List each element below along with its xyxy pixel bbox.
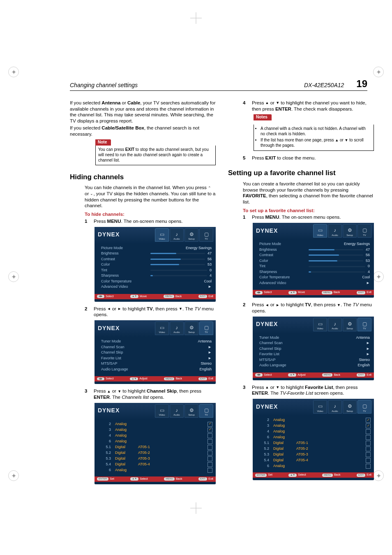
osd-tab-audio: ♪Audio (170, 228, 184, 242)
osd-channel-row: 5.2DigitalAT05-2 (100, 450, 212, 456)
osd-tabs: ▭Video♪Audio⚙Setup▢TV (313, 400, 371, 414)
osd-brand: DYNEX (256, 403, 278, 411)
osd-tab-tv: ▢TV (357, 318, 371, 331)
osd-row: Favorite List► (101, 356, 212, 361)
registration-mark (373, 271, 384, 282)
osd-channel-row: 6Analog (258, 463, 371, 469)
osd-row: MTS/SAPStereo (101, 361, 212, 367)
osd-tab-audio: ♪Audio (328, 224, 342, 238)
body-text: If you selected Cable/Satellite Box, the… (70, 125, 216, 137)
step-number: 3 (243, 384, 249, 396)
sub-heading: To hide channels: (85, 211, 216, 217)
osd-rows: Picture ModeEnergy SavingsBrightness47Co… (95, 244, 216, 291)
osd-row: Tint0 (101, 268, 212, 273)
osd-tab-tv: ▢TV (357, 400, 371, 414)
heading-hiding-channels: Hiding channels (70, 173, 216, 182)
osd-row: Tuner ModeAntenna (101, 339, 212, 345)
osd-video-menu: DYNEX ▭Video♪Audio⚙Setup▢TV Picture Mode… (95, 227, 216, 302)
notes-box: Notes A channel with a check mark is not… (254, 114, 374, 151)
osd-row: Audio LanguageEnglish (259, 363, 370, 368)
sub-heading: To set up a favorite channel list: (243, 208, 374, 214)
osd-row: Contrast56 (259, 252, 370, 258)
osd-brand: DYNEX (256, 227, 278, 235)
osd-row: Advanced Video► (101, 284, 212, 290)
osd-tv-menu: DYNEX ▭Video♪Audio⚙Setup▢TV Tuner ModeAn… (253, 317, 374, 380)
osd-channel-row: 3Analog✓ (258, 423, 371, 429)
step-text: Press ▲ or ▼ to highlight Channel Skip, … (94, 388, 216, 400)
notes-list: A channel with a check mark is not hidde… (254, 125, 374, 151)
osd-channel-row: 6Analog (100, 439, 212, 444)
osd-row: Color TemperatureCool (101, 279, 212, 284)
notes-item: If the list has more than one page, pres… (261, 138, 371, 148)
body-text: You can create a favorite channel list s… (243, 181, 374, 205)
osd-tab-video: ▭Video (313, 318, 327, 331)
osd-row: Channel Scan► (101, 345, 212, 350)
step-text: Press ▲ or ▼ to highlight the channel yo… (252, 100, 374, 112)
osd-brand: DYNEX (256, 321, 278, 328)
osd-channel-row: 5.4DigitalAT05-4 (100, 462, 212, 467)
osd-favorite-list: DYNEX ▭Video♪Audio⚙Setup▢TV 2Analog✓3Ana… (253, 399, 374, 480)
osd-tab-audio: ♪Audio (170, 404, 184, 418)
osd-tab-audio: ♪Audio (328, 400, 342, 414)
heading-favorite-list: Setting up a favorite channel list (228, 169, 374, 178)
osd-row: Brightness47 (101, 251, 212, 257)
crop-mark (190, 502, 202, 514)
registration-mark (373, 67, 384, 77)
step-number: 1 (243, 214, 249, 220)
right-column: 4 Press ▲ or ▼ to highlight the channel … (228, 100, 374, 488)
osd-row: Channel Scan► (259, 340, 370, 346)
running-head: Changing channel settings DX-42E250A12 1… (70, 78, 367, 91)
step-number: 2 (243, 302, 249, 314)
notes-item: A channel with a check mark is not hidde… (261, 126, 371, 137)
osd-rows: Tuner ModeAntennaChannel Scan►Channel Sk… (253, 333, 374, 370)
osd-row: MTS/SAPStereo (259, 357, 370, 363)
step-text: Press MENU. The on-screen menu opens. (94, 218, 216, 224)
osd-row: Favorite List► (259, 352, 370, 357)
osd-tabs: ▭Video♪Audio⚙Setup▢TV (155, 404, 213, 418)
osd-tab-setup: ⚙Setup (343, 400, 357, 414)
body-text: If you selected Antenna or Cable, your T… (70, 100, 216, 124)
osd-row: Audio LanguageEnglish (101, 367, 212, 372)
osd-rows: Picture ModeEnergy SavingsBrightness47Co… (253, 240, 374, 287)
osd-row: Brightness47 (259, 247, 370, 253)
body-text: You can hide channels in the channel lis… (85, 185, 216, 209)
note-body: You can press EXIT to stop the auto chan… (95, 146, 216, 165)
osd-row: Channel Skip► (101, 350, 212, 356)
note-label: Note (95, 139, 111, 146)
osd-tab-tv: ▢TV (357, 224, 371, 238)
osd-row: Contrast56 (101, 257, 212, 262)
osd-brand: DYNEX (98, 231, 120, 238)
step-text: Press ◄ or ► to highlight TV, then press… (94, 306, 216, 318)
osd-channel-row: 2Analog✓ (258, 417, 371, 423)
osd-tab-tv: ▢TV (199, 404, 213, 418)
osd-tab-audio: ♪Audio (170, 321, 184, 335)
osd-footer: ◀▶ Select ▲▼ Move MENU Back EXIT Exit (95, 294, 216, 299)
osd-brand: DYNEX (98, 407, 120, 414)
notes-label: Notes (254, 114, 272, 120)
osd-footer: ◀▶ Select ▲▼ Adjust MENU Back EXIT Exit (95, 376, 216, 382)
osd-channel-row: 2Analog✓ (100, 421, 212, 427)
section-title: Changing channel settings (70, 82, 138, 88)
osd-footer: ◀▶ Select ▲▼ Move MENU Back EXIT Exit (253, 290, 374, 295)
step-number: 3 (85, 388, 90, 400)
osd-tabs: ▭Video♪Audio⚙Setup▢TV (313, 318, 371, 331)
osd-tab-video: ▭Video (313, 400, 327, 414)
osd-tab-video: ▭Video (155, 228, 169, 242)
osd-row: Sharpness4 (101, 273, 212, 279)
osd-channel-row: 4Analog (258, 429, 371, 435)
osd-tab-setup: ⚙Setup (343, 318, 357, 331)
osd-row: Tint0 (259, 264, 370, 269)
osd-rows: Tuner ModeAntennaChannel Scan►Channel Sk… (95, 337, 216, 374)
osd-tabs: ▭Video♪Audio⚙Setup▢TV (155, 321, 213, 335)
registration-mark (373, 470, 384, 481)
osd-row: Tuner ModeAntenna (259, 335, 370, 341)
osd-row: Color53 (259, 258, 370, 264)
osd-tab-setup: ⚙Setup (184, 228, 198, 242)
registration-mark (8, 67, 19, 77)
osd-channel-row: 4Analog (100, 433, 212, 439)
osd-tabs: ▭Video♪Audio⚙Setup▢TV (155, 228, 213, 242)
osd-tab-tv: ▢TV (199, 228, 213, 242)
osd-tv-menu: DYNEX ▭Video♪Audio⚙Setup▢TV Tuner ModeAn… (95, 320, 216, 384)
osd-channel-list: DYNEX ▭Video♪Audio⚙Setup▢TV 2Analog✓3Ana… (95, 403, 216, 484)
osd-tab-audio: ♪Audio (328, 318, 342, 331)
